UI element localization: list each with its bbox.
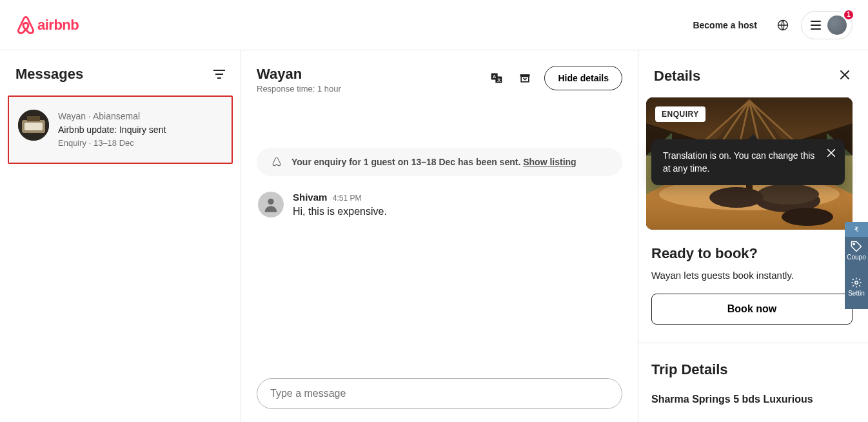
notification-badge: 1 xyxy=(843,9,854,21)
close-icon xyxy=(840,70,850,80)
book-now-button[interactable]: Book now xyxy=(651,294,853,325)
language-button[interactable] xyxy=(770,12,796,38)
edge-tabs: ₹ Coupo Settin xyxy=(845,222,868,309)
message-body: Shivam 4:51 PM Hi, this is expensive. xyxy=(293,192,387,217)
translation-tooltip: Translation is on. You can change this a… xyxy=(651,139,845,185)
details-close-button[interactable] xyxy=(837,66,853,86)
coupon-label: Coupo xyxy=(847,254,865,261)
svg-point-26 xyxy=(757,184,819,205)
filter-button[interactable] xyxy=(213,70,225,79)
brand-text: airbnb xyxy=(37,17,79,34)
coupon-tab[interactable]: Coupo xyxy=(845,237,868,273)
archive-icon xyxy=(518,72,531,85)
svg-point-11 xyxy=(268,199,273,205)
airbnb-small-icon xyxy=(271,156,282,168)
message-thread-item[interactable]: Wayan · Abiansemal Airbnb update: Inquir… xyxy=(8,95,233,164)
svg-point-28 xyxy=(782,208,833,226)
settings-label: Settin xyxy=(848,290,865,297)
show-listing-link[interactable]: Show listing xyxy=(523,157,576,167)
compose-input[interactable] xyxy=(270,388,609,399)
translate-icon: A 文 xyxy=(490,72,503,85)
messages-sidebar: Messages Wayan · Abiansemal Airbnb updat… xyxy=(0,50,241,422)
response-time: Response time: 1 hour xyxy=(257,84,341,94)
details-title: Details xyxy=(654,68,700,85)
become-host-link[interactable]: Become a host xyxy=(685,12,765,38)
globe-icon xyxy=(777,19,789,31)
header-right: Become a host 1 xyxy=(685,11,853,39)
currency-tab[interactable]: ₹ xyxy=(845,222,868,237)
settings-tab[interactable]: Settin xyxy=(845,273,868,309)
tag-icon xyxy=(851,241,862,252)
thread-line2: Airbnb update: Inquiry sent xyxy=(58,123,166,137)
conversation-header: Wayan Response time: 1 hour A 文 xyxy=(257,66,622,94)
trip-details-section: Trip Details Sharma Springs 5 bds Luxuri… xyxy=(638,343,868,405)
airbnb-logo-icon xyxy=(15,15,36,35)
ready-title: Ready to book? xyxy=(651,245,853,262)
svg-point-31 xyxy=(853,243,854,245)
conversation-title-block: Wayan Response time: 1 hour xyxy=(257,66,341,94)
compose-box[interactable] xyxy=(257,378,622,409)
message-text: Hi, this is expensive. xyxy=(293,206,387,217)
airbnb-logo[interactable]: airbnb xyxy=(15,15,79,35)
svg-text:A: A xyxy=(493,74,497,79)
svg-point-32 xyxy=(855,281,858,285)
details-pane: Details xyxy=(638,50,868,422)
thread-line1: Wayan · Abiansemal xyxy=(58,110,166,123)
messages-title: Messages xyxy=(15,66,83,83)
header: airbnb Become a host 1 xyxy=(0,0,868,50)
trip-details-title: Trip Details xyxy=(651,361,853,378)
tooltip-text: Translation is on. You can change this a… xyxy=(663,150,814,174)
svg-rect-4 xyxy=(27,116,40,121)
svg-point-27 xyxy=(709,187,764,208)
main: Messages Wayan · Abiansemal Airbnb updat… xyxy=(0,50,868,422)
svg-text:文: 文 xyxy=(497,77,501,82)
tooltip-close-button[interactable] xyxy=(827,148,836,161)
hamburger-icon xyxy=(811,21,821,30)
gear-icon xyxy=(851,277,862,288)
ready-text: Wayan lets guests book instantly. xyxy=(651,270,853,281)
thread-thumbnail xyxy=(18,110,49,141)
details-header: Details xyxy=(638,66,868,97)
person-icon xyxy=(262,196,280,214)
sender-name: Shivam xyxy=(293,192,327,203)
message-time: 4:51 PM xyxy=(333,194,362,203)
conversation-pane: Wayan Response time: 1 hour A 文 xyxy=(241,50,638,422)
user-menu[interactable]: 1 xyxy=(801,11,853,39)
hide-details-button[interactable]: Hide details xyxy=(544,66,622,90)
ready-to-book-section: Ready to book? Wayan lets guests book in… xyxy=(638,230,868,343)
rupee-icon: ₹ xyxy=(854,226,858,233)
close-icon xyxy=(827,148,836,157)
sender-avatar xyxy=(258,192,284,217)
conversation-actions: A 文 Hide details xyxy=(488,66,622,90)
messages-header: Messages xyxy=(0,66,241,95)
enquiry-tag: ENQUIRY xyxy=(655,106,705,122)
thread-line3: Enquiry · 13–18 Dec xyxy=(58,137,166,150)
archive-button[interactable] xyxy=(516,69,534,87)
listing-name: Sharma Springs 5 bds Luxurious xyxy=(651,394,853,405)
message-row: Shivam 4:51 PM Hi, this is expensive. xyxy=(257,192,622,217)
svg-rect-3 xyxy=(25,123,43,130)
translate-button[interactable]: A 文 xyxy=(488,69,506,87)
enquiry-banner: Your enquiry for 1 guest on 13–18 Dec ha… xyxy=(257,148,622,176)
thread-text: Wayan · Abiansemal Airbnb update: Inquir… xyxy=(58,110,166,150)
enquiry-text: Your enquiry for 1 guest on 13–18 Dec ha… xyxy=(291,157,520,167)
host-name: Wayan xyxy=(257,66,341,83)
